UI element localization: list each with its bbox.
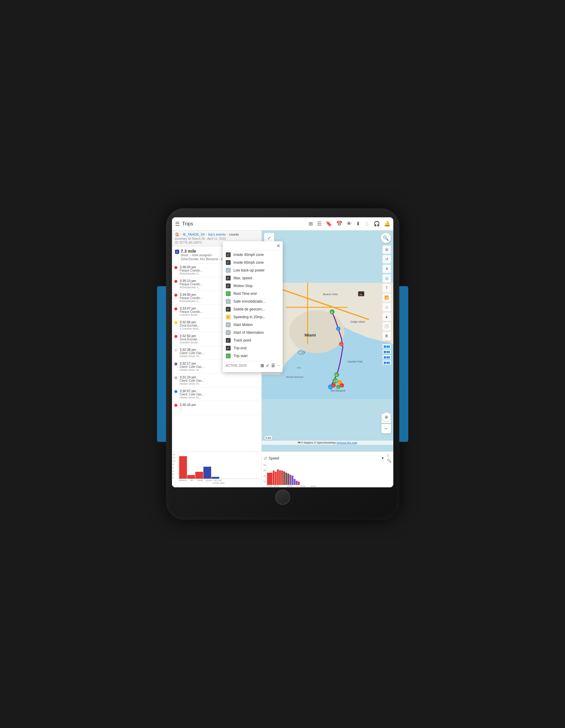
filter-item[interactable]: ✓ Inside 45mph zone [223, 251, 282, 259]
grid-icon[interactable]: ⊞ [309, 221, 313, 227]
chart-bar [204, 467, 211, 479]
filter-item[interactable]: ✓ Track point [223, 336, 282, 344]
chart-bar [212, 477, 219, 479]
filter-checkbox[interactable]: ✓ [226, 346, 231, 351]
navigation-icon[interactable]: ◎ [382, 274, 391, 283]
filter-item[interactable]: ✓ Trip end [223, 344, 282, 352]
map-search-btn[interactable]: 🔍 [381, 233, 391, 243]
filter-item[interactable]: ✓ Rest Time end [223, 290, 282, 298]
filter-checkbox[interactable]: ✓ [226, 268, 231, 273]
refresh-icon[interactable]: ↺ [382, 255, 391, 263]
home-button[interactable] [275, 490, 290, 505]
calendar-icon[interactable]: 📅 [336, 221, 342, 227]
filter-item[interactable]: ✓ Speeding in 20mp... [223, 313, 282, 321]
filter-checkbox[interactable]: ✓ [226, 291, 231, 296]
filter-item[interactable]: ✓ Safe immobilizatio... [223, 298, 282, 305]
filter-checkbox[interactable]: ✓ [226, 276, 231, 280]
speed-bar [281, 471, 283, 485]
svg-text:C: C [337, 328, 338, 330]
text-icon[interactable]: T [382, 284, 391, 292]
event-item[interactable]: 3:30:16 pm ... ... [172, 401, 262, 415]
filter-checkbox[interactable]: ✓ [226, 299, 231, 304]
filter-item[interactable]: ✓ Start Motion [223, 321, 282, 329]
svg-text:A1A: A1A [297, 367, 301, 369]
home-icon[interactable]: 🏠 [175, 232, 180, 236]
filter-checkbox[interactable]: ✓ [226, 307, 231, 312]
list-icon[interactable]: ☰ [317, 221, 321, 227]
speed-lines-icon[interactable]: ≡ [387, 454, 391, 458]
bookmark-icon[interactable]: 🔖 [326, 221, 332, 227]
people-4-icon[interactable]: 👥👥 [382, 360, 391, 365]
layers-icon[interactable]: ⊞ [382, 245, 391, 254]
filter-item[interactable]: ✓ Start of hibernation [223, 329, 282, 336]
filter-checkbox[interactable]: ✓ [226, 315, 231, 319]
menu-icon[interactable]: ☰ [175, 221, 180, 227]
filter-checkbox[interactable]: ✓ [226, 330, 231, 335]
triangle-icon[interactable]: ▲ [382, 313, 391, 321]
speed-refresh-icon[interactable]: ↺ [264, 456, 267, 461]
filter-footer: ACTIVE 25/25 ⊞ ✓ ☰ − [223, 361, 282, 370]
more-icon[interactable]: ⋮ [364, 221, 369, 227]
people-1-icon[interactable]: 👥👥 [382, 344, 391, 348]
filter-grid-btn[interactable]: ⊞ [261, 363, 264, 368]
speed-chart-right-btns: ≡ 🔍 [387, 454, 391, 463]
headphone-icon[interactable]: 🎧 [373, 221, 380, 227]
speed-header: ↺ Speed ▼ ≡ 🔍 [264, 454, 391, 463]
svg-text:🚗: 🚗 [359, 293, 362, 296]
tablet-screen: ☰ Trips ⊞ ☰ 🔖 📅 👁 ⬇ ⋮ 🎧 🔔 🏠 [172, 217, 393, 487]
filter-checkbox[interactable]: ✓ [226, 322, 231, 327]
event-time: 3:30:57 pm [180, 389, 259, 393]
diamond-icon[interactable]: ◇ [382, 303, 391, 311]
filter-item-label: Speeding in 20mp... [234, 315, 266, 319]
speed-bar [298, 482, 300, 485]
filter-checkbox[interactable]: ✓ [226, 283, 231, 288]
filter-checkbox[interactable]: ✓ [226, 338, 231, 343]
breadcrumb-events[interactable]: trip's events [208, 233, 226, 236]
filter-list-btn[interactable]: ☰ [271, 363, 275, 368]
breadcrumb-device[interactable]: IE_TAHOE_S4 [183, 233, 205, 236]
filter-minus-btn[interactable]: − [277, 363, 280, 368]
filter-item-label: Start Motion [234, 323, 253, 327]
filter-item-label: Trip start [234, 354, 248, 358]
filter-item[interactable]: ✓ Trip start [223, 352, 282, 360]
map-scale: 3 km [264, 436, 273, 440]
filter-item[interactable]: ✓ Inside 60mph zone [223, 259, 282, 266]
filter-checkbox[interactable]: ✓ [226, 260, 231, 265]
speed-bars-container [267, 464, 391, 485]
speed-expand-icon[interactable]: ▼ [381, 456, 385, 460]
eye-icon[interactable]: 👁 [347, 221, 352, 227]
speed-search-icon[interactable]: 🔍 [387, 459, 391, 463]
event-dot [174, 349, 177, 352]
event-addr: Harbor Drive. M... [180, 396, 259, 399]
clock-icon[interactable]: 🕐 [382, 322, 391, 330]
wifi-icon[interactable]: 📶 [382, 293, 391, 302]
improve-map-link[interactable]: Improve this map [336, 441, 357, 444]
event-item[interactable]: 3:31:24 pm Client: Cafe Oas... Harbor Dr… [172, 374, 262, 387]
filter-item[interactable]: ✓ Salida de geocerc... [223, 305, 282, 313]
speed-bar [277, 469, 279, 485]
filter-checkbox[interactable]: ✓ [226, 354, 231, 358]
bell-icon[interactable]: 🔔 [384, 221, 390, 227]
people-3-icon[interactable]: 👥👥 [382, 355, 391, 359]
filter-item[interactable]: ✓ Low back-up power [223, 266, 282, 274]
trash-icon[interactable]: 🗑 [382, 332, 391, 340]
speed-y-labels: 0 10 20 30 40 [264, 464, 266, 487]
map-compass-btn[interactable]: ⊕ [382, 412, 391, 421]
map-right-toolbar: ⊞ ↺ ⏸ ◎ T 📶 ◇ ▲ 🕐 🗑 👥👥 👥👥 👥👥 [382, 245, 391, 365]
download-icon[interactable]: ⬇ [356, 221, 360, 227]
filter-item[interactable]: ✓ Max. speed [223, 274, 282, 282]
event-item[interactable]: 3:30:57 pm Client: Cafe Oas... Harbor Dr… [172, 387, 262, 401]
filter-checkbox[interactable]: ✓ [226, 252, 231, 257]
filter-check-btn[interactable]: ✓ [266, 363, 270, 368]
chart-x-label: lwbatt [196, 479, 205, 481]
event-addr: Harbor Drive. M... [180, 382, 259, 385]
tablet-device: ☰ Trips ⊞ ☰ 🔖 📅 👁 ⬇ ⋮ 🎧 🔔 🏠 [166, 208, 399, 520]
filter-item[interactable]: ✓ Motion Stop [223, 282, 282, 290]
pause-icon[interactable]: ⏸ [382, 265, 391, 273]
people-2-icon[interactable]: 👥👥 [382, 350, 391, 354]
svg-text:Key Biscayne: Key Biscayne [330, 389, 345, 392]
filter-dropdown: ✕ ✓ Inside 45mph zone ✓ Inside 60mph zon… [223, 241, 282, 372]
zoom-out-btn[interactable]: − [381, 424, 391, 433]
filter-close-btn[interactable]: ✕ [277, 243, 280, 249]
chart-y-ticks: 0 2 4 6 8 10 12 14 [173, 454, 175, 479]
